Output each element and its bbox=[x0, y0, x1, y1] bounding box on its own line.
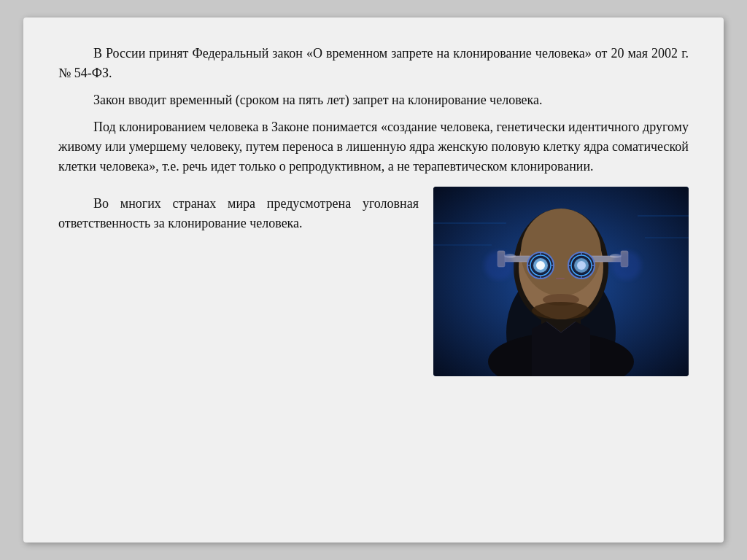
paragraph-1: В России принят Федеральный закон «О вре… bbox=[58, 44, 689, 83]
svg-point-38 bbox=[484, 251, 514, 280]
main-text-block: В России принят Федеральный закон «О вре… bbox=[58, 44, 689, 184]
bottom-section: Во многих странах мира предусмотрена уго… bbox=[58, 194, 689, 376]
svg-point-35 bbox=[532, 302, 590, 319]
paragraph-4: Во многих странах мира предусмотрена уго… bbox=[58, 194, 419, 233]
svg-point-28 bbox=[577, 261, 586, 270]
bottom-text: Во многих странах мира предусмотрена уго… bbox=[58, 194, 433, 233]
paragraph-2: Закон вводит временный (сроком на пять л… bbox=[58, 90, 689, 110]
svg-rect-33 bbox=[556, 278, 565, 279]
cloning-image bbox=[433, 187, 689, 376]
svg-point-39 bbox=[612, 251, 641, 280]
paragraph-3: Под клонированием человека в Законе пони… bbox=[58, 117, 689, 176]
svg-point-10 bbox=[521, 209, 601, 296]
svg-point-17 bbox=[536, 261, 545, 270]
slide: В России принят Федеральный закон «О вре… bbox=[23, 18, 724, 542]
